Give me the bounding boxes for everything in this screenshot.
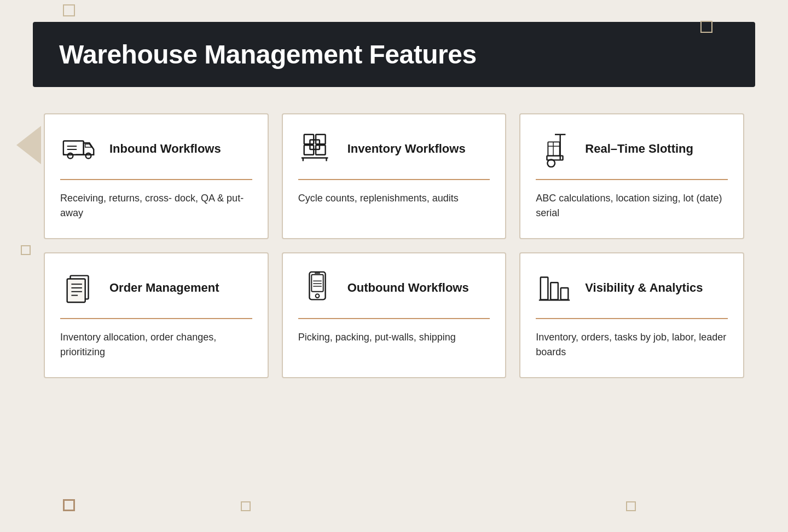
- card-divider: [298, 179, 490, 180]
- card-description: Inventory, orders, tasks by job, labor, …: [536, 330, 728, 360]
- card-header: Order Management: [60, 269, 252, 307]
- documents-icon: [60, 269, 99, 307]
- card-title: Inventory Workflows: [347, 142, 466, 156]
- deco-square-3: [21, 245, 31, 255]
- card-header: Visibility & Analytics: [536, 269, 728, 307]
- svg-point-1: [68, 153, 73, 159]
- deco-square-6: [63, 499, 75, 511]
- features-grid: Inbound Workflows Receiving, returns, cr…: [33, 113, 755, 378]
- svg-rect-35: [541, 277, 548, 300]
- card-description: Picking, packing, put-walls, shipping: [298, 330, 490, 345]
- deco-square-1: [63, 4, 75, 16]
- card-divider: [60, 318, 252, 319]
- svg-rect-0: [63, 141, 84, 154]
- card-real-time-slotting: Real–Time Slotting ABC calculations, loc…: [519, 113, 744, 239]
- card-visibility-analytics: Visibility & Analytics Inventory, orders…: [519, 252, 744, 378]
- card-title: Outbound Workflows: [347, 281, 469, 295]
- deco-arrow: [16, 126, 41, 164]
- svg-rect-23: [67, 279, 85, 302]
- card-header: Inbound Workflows: [60, 130, 252, 168]
- card-divider: [536, 318, 728, 319]
- card-title: Inbound Workflows: [109, 142, 221, 156]
- header-banner: Warehouse Management Features: [33, 22, 755, 87]
- card-inventory-workflows: Inventory Workflows Cycle counts, replen…: [282, 113, 507, 239]
- card-description: ABC calculations, location sizing, lot (…: [536, 191, 728, 221]
- card-order-management: Order Management Inventory allocation, o…: [44, 252, 269, 378]
- svg-point-30: [315, 294, 319, 298]
- svg-rect-37: [561, 288, 569, 299]
- card-divider: [298, 318, 490, 319]
- card-title: Visibility & Analytics: [585, 281, 703, 295]
- card-divider: [536, 179, 728, 180]
- card-header: Inventory Workflows: [298, 130, 490, 168]
- card-description: Cycle counts, replenishments, audits: [298, 191, 490, 206]
- phone-icon: [298, 269, 337, 307]
- page-wrapper: Warehouse Management Features: [0, 0, 788, 532]
- card-title: Real–Time Slotting: [585, 142, 693, 156]
- svg-rect-19: [548, 142, 560, 155]
- truck-icon: [60, 130, 99, 168]
- cart-icon: [536, 130, 574, 168]
- card-title: Order Management: [109, 281, 219, 295]
- card-inbound-workflows: Inbound Workflows Receiving, returns, cr…: [44, 113, 269, 239]
- grid-boxes-icon: [298, 130, 337, 168]
- card-description: Receiving, returns, cross- dock, QA & pu…: [60, 191, 252, 221]
- card-header: Outbound Workflows: [298, 269, 490, 307]
- svg-rect-36: [551, 282, 559, 299]
- deco-square-8: [241, 501, 251, 511]
- deco-square-7: [626, 501, 636, 511]
- card-description: Inventory allocation, order changes, pri…: [60, 330, 252, 360]
- card-header: Real–Time Slotting: [536, 130, 728, 168]
- svg-rect-29: [311, 275, 323, 292]
- card-outbound-workflows: Outbound Workflows Picking, packing, put…: [282, 252, 507, 378]
- bar-chart-icon: [536, 269, 574, 307]
- page-title: Warehouse Management Features: [59, 39, 729, 70]
- card-divider: [60, 179, 252, 180]
- svg-point-2: [86, 153, 91, 159]
- deco-square-2: [700, 21, 712, 33]
